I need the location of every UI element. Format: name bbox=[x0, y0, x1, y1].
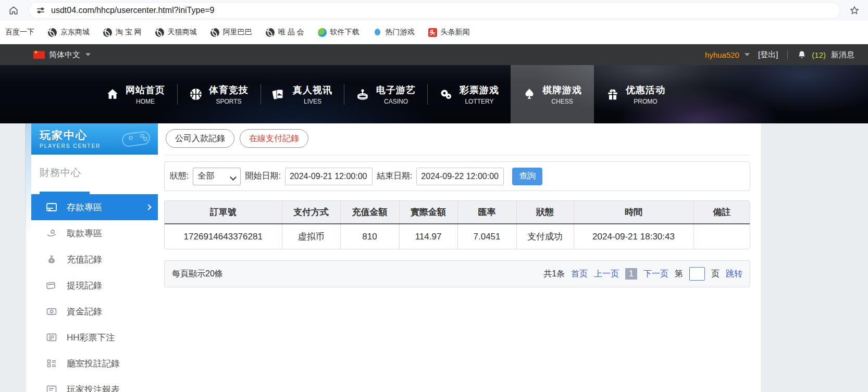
bookmark-vip[interactable]: 唯 品 会 bbox=[266, 28, 304, 37]
bookmark-alibaba[interactable]: 阿里巴巴 bbox=[210, 28, 252, 37]
tab-online-payment-records[interactable]: 在線支付記錄 bbox=[240, 129, 308, 148]
globe-icon bbox=[210, 28, 219, 37]
first-page-link[interactable]: 首页 bbox=[571, 269, 588, 280]
home-button[interactable] bbox=[6, 3, 21, 18]
logout-button[interactable]: [登出] bbox=[758, 50, 778, 60]
nav-item-chess[interactable]: 棋牌游戏CHESS bbox=[511, 65, 594, 123]
col-actual-amount: 實際金額 bbox=[399, 201, 457, 224]
star-icon bbox=[849, 5, 860, 16]
nav-item-sports[interactable]: 体育竞技SPORTS bbox=[177, 65, 261, 123]
sidebar-menu: 存款專區 取款專區 ¥ 充值記錄 提現記錄 資金記錄 HH彩票下注 bbox=[31, 194, 158, 392]
money-bag-icon: ¥ bbox=[46, 255, 57, 264]
username[interactable]: hyhua520 bbox=[705, 50, 739, 59]
next-page-link[interactable]: 下一页 bbox=[643, 269, 668, 280]
joystick-icon bbox=[355, 87, 370, 101]
divider bbox=[164, 155, 750, 155]
new-messages-link[interactable]: 新消息 bbox=[831, 50, 854, 60]
address-bar[interactable]: usdt04.com/hhcp/usercenter.html?iniType=… bbox=[29, 3, 840, 18]
bookmark-games[interactable]: 热门游戏 bbox=[373, 28, 415, 37]
col-order-no: 訂單號 bbox=[165, 201, 282, 224]
home-icon bbox=[106, 87, 119, 101]
sidebar: 玩家中心 PLAYERS CENTER 財務中心 存款專區 取款專區 ¥ 充值記… bbox=[31, 123, 158, 392]
decor-strip bbox=[25, 123, 31, 238]
main-panel: 公司入款記錄 在線支付記錄 狀態: 全部 開始日期: 結束日期: 查詢 bbox=[164, 123, 750, 392]
start-date-input[interactable] bbox=[285, 168, 373, 185]
sidebar-header: 玩家中心 PLAYERS CENTER bbox=[31, 123, 158, 155]
col-status: 狀態 bbox=[516, 201, 574, 224]
spade-icon bbox=[523, 87, 536, 101]
bookmark-baidu[interactable]: 百度一下 bbox=[5, 28, 34, 37]
divider bbox=[787, 50, 788, 59]
site-info-icon[interactable] bbox=[36, 6, 45, 15]
main-navigation: 网站首页HOME 体育竞技SPORTS 真人视讯LIVES 电子游艺CASINO bbox=[0, 65, 868, 123]
language-selector[interactable]: 简体中文 bbox=[33, 50, 91, 60]
cell-time: 2024-09-21 18:30:43 bbox=[574, 224, 693, 249]
nav-item-promo[interactable]: 优惠活动PROMO bbox=[594, 65, 677, 123]
cell-status: 支付成功 bbox=[516, 224, 574, 249]
cell-actual-amount: 114.97 bbox=[399, 224, 457, 249]
toutiao-icon: 头 bbox=[428, 28, 437, 37]
finance-section-header: 財務中心 bbox=[31, 155, 158, 194]
nav-item-casino[interactable]: 电子游艺CASINO bbox=[344, 65, 427, 123]
deposit-card-icon bbox=[46, 203, 57, 211]
sidebar-item-player-bet-report[interactable]: 玩家投注報表 bbox=[31, 376, 158, 392]
chevron-down-icon bbox=[85, 53, 91, 56]
jump-prefix: 第 bbox=[675, 269, 683, 280]
language-label: 简体中文 bbox=[49, 50, 80, 60]
finance-section-title: 財務中心 bbox=[40, 167, 81, 178]
cards-icon bbox=[272, 87, 287, 101]
bookmark-star-button[interactable] bbox=[847, 3, 862, 18]
col-remark: 備註 bbox=[693, 201, 750, 224]
svg-text:¥: ¥ bbox=[51, 259, 53, 262]
page-jump-input[interactable] bbox=[689, 267, 705, 281]
globe-icon bbox=[103, 28, 112, 37]
col-pay-method: 支付方式 bbox=[282, 201, 340, 224]
status-label: 狀態: bbox=[170, 171, 189, 182]
notification-bell-icon[interactable] bbox=[797, 50, 807, 59]
prev-page-link[interactable]: 上一页 bbox=[594, 269, 619, 280]
nav-item-lottery[interactable]: 彩票游戏LOTTERY bbox=[427, 65, 511, 123]
cell-order-no: 1726914643376281 bbox=[165, 224, 282, 249]
wallet-icon bbox=[46, 281, 57, 289]
bookmark-jd[interactable]: 京东商城 bbox=[48, 28, 90, 37]
total-count: 共1条 bbox=[543, 269, 565, 280]
bookmark-taobao[interactable]: 淘 宝 网 bbox=[103, 28, 142, 37]
start-date-label: 開始日期: bbox=[245, 171, 280, 182]
end-date-input[interactable] bbox=[416, 168, 504, 185]
filter-bar: 狀態: 全部 開始日期: 結束日期: 查詢 bbox=[164, 161, 750, 191]
globe-icon bbox=[48, 28, 57, 37]
nav-item-home[interactable]: 网站首页HOME bbox=[94, 65, 177, 123]
page-size-text: 每頁顯示20條 bbox=[172, 269, 223, 280]
status-select[interactable]: 全部 bbox=[193, 168, 241, 185]
browser-toolbar: usdt04.com/hhcp/usercenter.html?iniType=… bbox=[0, 0, 868, 21]
message-count: (12) bbox=[812, 50, 826, 59]
bookmark-software[interactable]: 软件下载 bbox=[318, 28, 359, 37]
receipt-icon bbox=[46, 333, 57, 342]
sidebar-item-withdraw[interactable]: 取款專區 bbox=[31, 220, 158, 246]
sidebar-item-fund-records[interactable]: 資金記錄 bbox=[31, 298, 158, 324]
globe-icon bbox=[266, 28, 275, 37]
jump-link[interactable]: 跳转 bbox=[726, 269, 742, 280]
chevron-down-icon bbox=[745, 53, 750, 56]
sidebar-item-recharge-records[interactable]: ¥ 充值記錄 bbox=[31, 246, 158, 272]
sidebar-item-deposit[interactable]: 存款專區 bbox=[31, 194, 158, 220]
bookmark-tmall[interactable]: 天猫商城 bbox=[155, 28, 197, 37]
sidebar-item-withdraw-records[interactable]: 提現記錄 bbox=[31, 272, 158, 298]
globe-icon bbox=[155, 28, 164, 37]
cell-pay-method: 虚拟币 bbox=[282, 224, 340, 249]
nav-item-lives[interactable]: 真人视讯LIVES bbox=[261, 65, 344, 123]
gamepad-icon bbox=[119, 128, 153, 153]
tab-company-deposit-records[interactable]: 公司入款記錄 bbox=[166, 129, 234, 148]
lottery-balls-icon bbox=[439, 87, 453, 101]
table-row: 1726914643376281 虚拟币 810 114.97 7.0451 支… bbox=[165, 224, 750, 249]
gift-icon bbox=[606, 87, 619, 101]
col-recharge-amount: 充值金額 bbox=[340, 201, 399, 224]
sidebar-item-hall-bet-records[interactable]: 廳室投註記錄 bbox=[31, 350, 158, 376]
bookmark-toutiao[interactable]: 头头条新闻 bbox=[428, 28, 470, 37]
records-table: 訂單號 支付方式 充值金額 實際金額 匯率 狀態 時間 備註 172691464… bbox=[164, 200, 750, 249]
col-rate: 匯率 bbox=[457, 201, 516, 224]
search-button[interactable]: 查詢 bbox=[512, 168, 542, 185]
screen: usdt04.com/hhcp/usercenter.html?iniType=… bbox=[0, 0, 868, 392]
sidebar-item-hh-lottery-bets[interactable]: HH彩票下注 bbox=[31, 324, 158, 350]
current-page: 1 bbox=[625, 268, 637, 280]
